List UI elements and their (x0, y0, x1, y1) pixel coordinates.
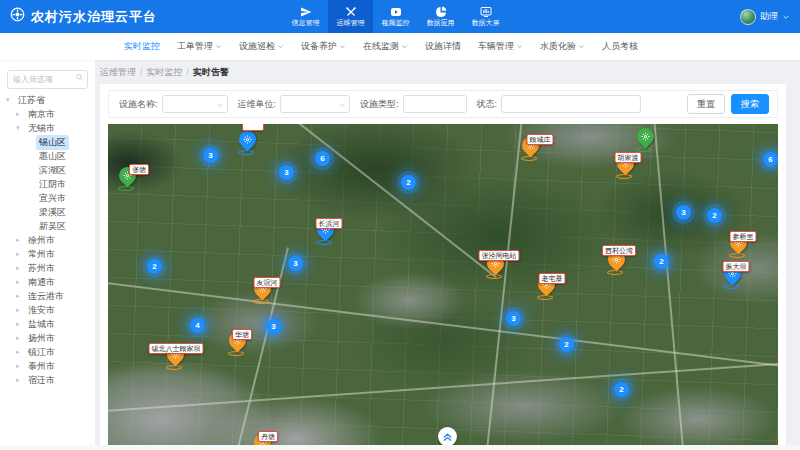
tree-node-label: 江苏省 (15, 93, 48, 108)
tree-node[interactable]: ▾江苏省 (0, 93, 95, 107)
tree-node[interactable]: 锡山区 (0, 135, 95, 149)
tree-node[interactable]: ▸南通市 (0, 275, 95, 289)
cluster-marker[interactable]: 2 (614, 382, 629, 397)
tree-node[interactable]: ▾无锡市 (0, 121, 95, 135)
pin-label[interactable]: 胡家渡 (615, 152, 642, 163)
breadcrumb-item[interactable]: 运维管理 (100, 66, 136, 79)
pin-label[interactable]: 丹塘 (258, 431, 278, 442)
pin-label[interactable]: 西村公湾 (602, 245, 636, 256)
tree-node[interactable]: ▸连云港市 (0, 289, 95, 303)
tree-node[interactable]: 惠山区 (0, 149, 95, 163)
cluster-marker[interactable]: 3 (288, 256, 303, 271)
pin-marker[interactable] (235, 127, 259, 151)
caret-right-icon[interactable]: ▸ (16, 264, 25, 272)
tree-node[interactable]: 新吴区 (0, 219, 95, 233)
caret-right-icon[interactable]: ▸ (16, 362, 25, 370)
tree-node[interactable]: 宜兴市 (0, 191, 95, 205)
header-nav-item[interactable]: 数据应用 (418, 0, 463, 33)
tree-node[interactable]: ▸淮安市 (0, 303, 95, 317)
caret-right-icon[interactable]: ▸ (16, 292, 25, 300)
cluster-marker[interactable]: 3 (203, 148, 218, 163)
caret-right-icon[interactable]: ▸ (16, 250, 25, 258)
pin-label[interactable]: 振大坝 (723, 261, 750, 272)
tree-node[interactable]: ▸盐城市 (0, 317, 95, 331)
collapse-up-button[interactable] (438, 427, 457, 445)
cluster-marker[interactable]: 2 (401, 175, 416, 190)
cluster-marker[interactable]: 6 (763, 152, 778, 167)
module-tab[interactable]: 设备养护 (297, 40, 350, 53)
tree-node[interactable]: ▸常州市 (0, 247, 95, 261)
caret-right-icon[interactable]: ▸ (16, 320, 25, 328)
pin-label[interactable]: 张泾闸电站 (479, 250, 520, 261)
cluster-marker[interactable]: 2 (707, 208, 722, 223)
pin-label[interactable]: 老宅基 (539, 273, 566, 284)
pin-label[interactable]: 长浜河 (316, 218, 343, 229)
caret-right-icon[interactable]: ▸ (16, 348, 25, 356)
video-icon (390, 6, 402, 18)
status-input[interactable] (501, 95, 641, 113)
module-tab[interactable]: 实时监控 (120, 40, 164, 53)
user-menu[interactable]: 助理 (740, 0, 790, 33)
tree-node[interactable]: 滨湖区 (0, 163, 95, 177)
module-tab[interactable]: 车辆管理 (474, 40, 527, 53)
cluster-marker[interactable]: 6 (315, 151, 330, 166)
cluster-marker[interactable]: 3 (676, 205, 691, 220)
cluster-marker[interactable]: 3 (506, 311, 521, 326)
caret-right-icon[interactable]: ▸ (16, 110, 25, 118)
module-tab[interactable]: 设施详情 (421, 40, 465, 53)
caret-right-icon[interactable]: ▸ (16, 278, 25, 286)
tree-search (7, 68, 88, 89)
module-tab[interactable]: 工单管理 (173, 40, 226, 53)
filter-bar: 设施名称:运维单位:设施类型:状态: 重置 搜索 (108, 90, 778, 118)
pin-label[interactable]: 友谊河 (254, 277, 281, 288)
search-button[interactable]: 搜索 (731, 94, 769, 114)
tree-node[interactable]: 江阴市 (0, 177, 95, 191)
chevron-down-icon (578, 43, 585, 50)
pin-label[interactable]: 华塘 (232, 329, 252, 340)
pin-label[interactable]: 顾城庄 (527, 134, 554, 145)
module-tab[interactable]: 设施巡检 (235, 40, 288, 53)
pin-label[interactable]: 参桥里 (730, 231, 757, 242)
module-tab[interactable]: 人员考核 (598, 40, 642, 53)
cluster-marker[interactable]: 2 (654, 254, 669, 269)
chevron-down-icon (215, 43, 222, 50)
tree-node[interactable]: ▸扬州市 (0, 331, 95, 345)
tree-node[interactable]: 梁溪区 (0, 205, 95, 219)
tree-node[interactable]: ▸镇江市 (0, 345, 95, 359)
header-nav-item[interactable]: 数据大屏 (463, 0, 508, 33)
tree-node[interactable]: ▸南京市 (0, 107, 95, 121)
facility-type-input[interactable] (404, 99, 466, 115)
reset-button[interactable]: 重置 (687, 94, 725, 114)
tree-node[interactable]: ▸泰州市 (0, 359, 95, 373)
map-canvas[interactable]: 336232433226322张塘长浜河友谊河顾城庄张泾闸电站老宅基胡家渡西村公… (108, 124, 778, 445)
logo[interactable]: 农村污水治理云平台 (10, 0, 157, 33)
cluster-marker[interactable]: 3 (279, 165, 294, 180)
header-nav-item[interactable]: 信息管理 (283, 0, 328, 33)
caret-right-icon[interactable]: ▸ (16, 376, 25, 384)
cluster-marker[interactable]: 3 (266, 319, 281, 334)
header-nav-item[interactable]: 视频监控 (373, 0, 418, 33)
cluster-marker[interactable]: 2 (559, 337, 574, 352)
caret-right-icon[interactable]: ▸ (16, 306, 25, 314)
facility-type-input[interactable] (403, 95, 467, 113)
cluster-marker[interactable]: 4 (190, 318, 205, 333)
caret-right-icon[interactable]: ▸ (16, 334, 25, 342)
pin-label[interactable] (242, 124, 264, 131)
cluster-marker[interactable]: 2 (147, 259, 162, 274)
pin-label[interactable]: 锡北八士顾家坝 (149, 343, 204, 354)
status-input[interactable] (502, 99, 640, 115)
facility-name-select[interactable] (162, 95, 228, 113)
pin-marker[interactable] (633, 124, 657, 148)
module-tab[interactable]: 水质化验 (536, 40, 589, 53)
module-tab[interactable]: 在线监测 (359, 40, 412, 53)
maintenance-unit-select[interactable] (280, 95, 350, 113)
header-nav-item[interactable]: 运维管理 (328, 0, 373, 33)
caret-right-icon[interactable]: ▸ (16, 236, 25, 244)
tree-node[interactable]: ▸徐州市 (0, 233, 95, 247)
caret-down-icon[interactable]: ▾ (16, 124, 25, 132)
tree-node[interactable]: ▸宿迁市 (0, 373, 95, 387)
breadcrumb-item[interactable]: 实时监控 (147, 66, 183, 79)
caret-down-icon[interactable]: ▾ (6, 96, 15, 104)
tree-node[interactable]: ▸苏州市 (0, 261, 95, 275)
pin-label[interactable]: 张塘 (129, 164, 149, 175)
